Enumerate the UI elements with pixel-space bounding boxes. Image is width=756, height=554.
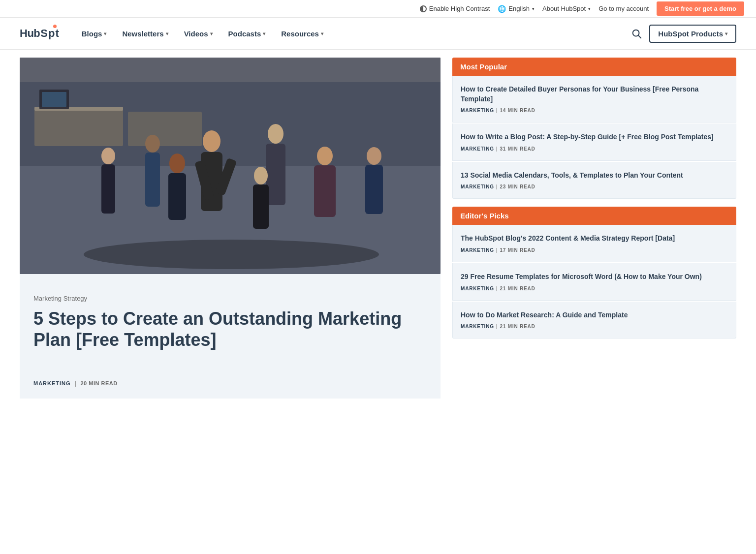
nav-blogs[interactable]: Blogs ▾ [75, 26, 114, 42]
picks-item-1-tag: MARKETING [461, 247, 494, 253]
popular-item-1: How to Create Detailed Buyer Personas fo… [452, 76, 736, 123]
language-selector[interactable]: 🌐 English ▾ [498, 5, 535, 13]
my-account-link[interactable]: Go to my account [598, 5, 649, 12]
globe-icon: 🌐 [498, 5, 506, 13]
chevron-down-icon: ▾ [104, 31, 106, 36]
svg-point-15 [145, 135, 160, 153]
picks-item-3: How to Do Market Research: A Guide and T… [452, 302, 736, 339]
chevron-down-icon: ▾ [166, 31, 168, 36]
article-category: Marketing Strategy [33, 295, 427, 302]
nav-resources[interactable]: Resources ▾ [274, 26, 330, 42]
top-bar: Enable High Contrast 🌐 English ▾ About H… [0, 0, 756, 18]
article-read-time: 20 MIN READ [80, 380, 117, 386]
svg-point-23 [101, 148, 115, 164]
start-free-cta-button[interactable]: Start free or get a demo [657, 1, 744, 16]
search-icon [631, 28, 642, 39]
popular-item-3-tag: MARKETING [461, 184, 494, 189]
editors-picks-header: Editor's Picks [452, 207, 736, 225]
search-button[interactable] [628, 25, 645, 42]
svg-point-27 [84, 240, 379, 269]
chevron-down-icon: ▾ [263, 31, 265, 36]
nav-podcasts[interactable]: Podcasts ▾ [221, 26, 273, 42]
svg-rect-6 [128, 112, 202, 146]
svg-point-21 [169, 154, 185, 173]
popular-item-2: How to Write a Blog Post: A Step-by-Step… [452, 123, 736, 161]
nav-links: Blogs ▾ Newsletters ▾ Videos ▾ Podcasts … [75, 26, 628, 42]
article-content: Marketing Strategy 5 Steps to Create an … [20, 274, 441, 399]
chevron-down-icon: ▾ [588, 6, 591, 11]
picks-item-3-tag: MARKETING [461, 324, 494, 329]
svg-point-13 [268, 124, 284, 144]
picks-item-2: 29 Free Resume Templates for Microsoft W… [452, 263, 736, 301]
contrast-toggle[interactable]: Enable High Contrast [420, 5, 490, 12]
picks-item-2-tag: MARKETING [461, 286, 494, 291]
account-label: Go to my account [598, 5, 649, 12]
picks-item-3-title[interactable]: How to Do Market Research: A Guide and T… [461, 310, 728, 320]
most-popular-header: Most Popular [452, 58, 736, 76]
popular-item-1-tag: MARKETING [461, 108, 494, 113]
popular-item-2-read: 31 MIN READ [500, 146, 535, 152]
svg-rect-24 [101, 164, 115, 214]
contrast-label: Enable High Contrast [429, 5, 490, 12]
main-article: Marketing Strategy 5 Steps to Create an … [20, 58, 441, 399]
sidebar: Most Popular How to Create Detailed Buye… [452, 58, 736, 399]
picks-item-1: The HubSpot Blog's 2022 Content & Media … [452, 225, 736, 262]
svg-line-1 [638, 35, 641, 38]
chevron-down-icon: ▾ [321, 31, 323, 36]
chevron-down-icon: ▾ [532, 6, 535, 11]
about-label: About HubSpot [542, 5, 586, 12]
svg-rect-22 [168, 173, 186, 220]
nav-newsletters[interactable]: Newsletters ▾ [115, 26, 175, 42]
popular-item-1-read: 14 MIN READ [500, 108, 535, 113]
svg-point-19 [367, 147, 381, 165]
nav-hubspot-products[interactable]: HubSpot Products ▾ [649, 25, 736, 43]
popular-item-2-title[interactable]: How to Write a Blog Post: A Step-by-Step… [461, 132, 728, 142]
article-tag: MARKETING [33, 380, 71, 386]
editors-picks-section: Editor's Picks The HubSpot Blog's 2022 C… [452, 207, 736, 339]
picks-item-3-read: 21 MIN READ [500, 324, 535, 329]
chevron-down-icon: ▾ [210, 31, 213, 36]
content-wrapper: Marketing Strategy 5 Steps to Create an … [0, 50, 756, 406]
main-navigation: Hub S p t Blogs ▾ Newsletters ▾ Videos ▾… [0, 18, 756, 50]
picks-item-1-read: 17 MIN READ [500, 247, 535, 253]
popular-item-2-tag: MARKETING [461, 146, 494, 152]
popular-item-3-read: 23 MIN READ [500, 184, 535, 189]
picks-item-1-title[interactable]: The HubSpot Blog's 2022 Content & Media … [461, 234, 728, 244]
svg-rect-20 [365, 165, 383, 214]
svg-rect-16 [145, 153, 160, 207]
svg-rect-18 [314, 165, 336, 217]
article-meta: MARKETING | 20 MIN READ [33, 380, 427, 387]
picks-item-2-title[interactable]: 29 Free Resume Templates for Microsoft W… [461, 272, 728, 282]
language-label: English [508, 5, 530, 12]
svg-point-25 [254, 167, 268, 185]
hubspot-logo[interactable]: Hub S p t [20, 27, 59, 40]
article-title[interactable]: 5 Steps to Create an Outstanding Marketi… [33, 308, 427, 350]
svg-rect-28 [20, 58, 441, 82]
popular-item-1-title[interactable]: How to Create Detailed Buyer Personas fo… [461, 85, 728, 104]
popular-item-3: 13 Social Media Calendars, Tools, & Temp… [452, 162, 736, 199]
svg-point-9 [203, 130, 220, 152]
popular-item-3-title[interactable]: 13 Social Media Calendars, Tools, & Temp… [461, 171, 728, 181]
contrast-icon [420, 5, 427, 12]
svg-rect-8 [42, 92, 66, 107]
svg-point-17 [317, 147, 333, 165]
hero-illustration [20, 58, 441, 274]
svg-rect-26 [253, 185, 269, 229]
picks-item-2-read: 21 MIN READ [500, 286, 535, 291]
most-popular-section: Most Popular How to Create Detailed Buye… [452, 58, 736, 199]
meta-divider: | [75, 380, 77, 387]
svg-rect-4 [34, 107, 123, 146]
nav-videos[interactable]: Videos ▾ [177, 26, 220, 42]
hero-image [20, 58, 441, 274]
about-hubspot-link[interactable]: About HubSpot ▾ [542, 5, 591, 12]
chevron-down-icon: ▾ [725, 31, 727, 36]
